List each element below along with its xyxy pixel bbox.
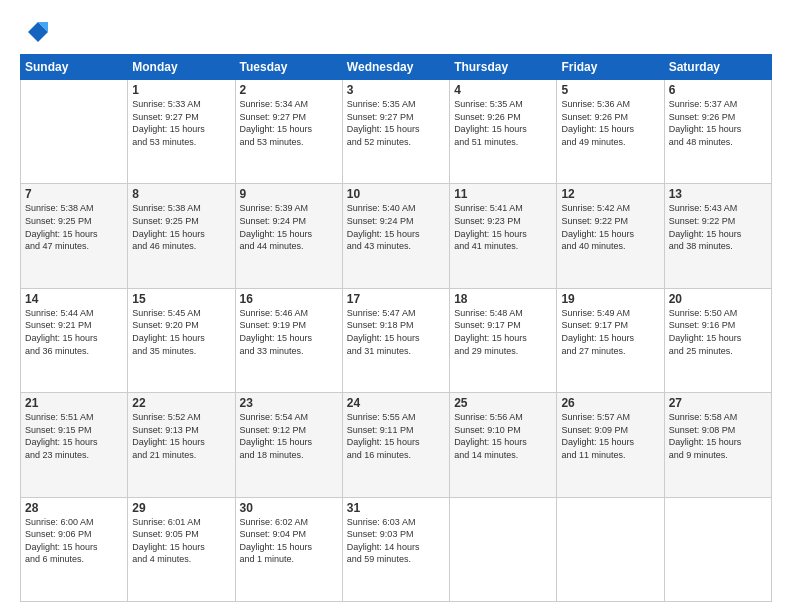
day-number: 19	[561, 292, 659, 306]
calendar-cell: 31Sunrise: 6:03 AMSunset: 9:03 PMDayligh…	[342, 497, 449, 601]
cell-info: Sunrise: 6:03 AMSunset: 9:03 PMDaylight:…	[347, 516, 445, 566]
cell-info: Sunrise: 5:49 AMSunset: 9:17 PMDaylight:…	[561, 307, 659, 357]
calendar-cell	[21, 80, 128, 184]
cell-info: Sunrise: 5:58 AMSunset: 9:08 PMDaylight:…	[669, 411, 767, 461]
cell-info: Sunrise: 5:57 AMSunset: 9:09 PMDaylight:…	[561, 411, 659, 461]
cell-info: Sunrise: 5:45 AMSunset: 9:20 PMDaylight:…	[132, 307, 230, 357]
calendar-cell: 4Sunrise: 5:35 AMSunset: 9:26 PMDaylight…	[450, 80, 557, 184]
day-number: 29	[132, 501, 230, 515]
cell-info: Sunrise: 5:43 AMSunset: 9:22 PMDaylight:…	[669, 202, 767, 252]
calendar-week-3: 21Sunrise: 5:51 AMSunset: 9:15 PMDayligh…	[21, 393, 772, 497]
day-number: 25	[454, 396, 552, 410]
calendar-week-2: 14Sunrise: 5:44 AMSunset: 9:21 PMDayligh…	[21, 288, 772, 392]
calendar-cell: 17Sunrise: 5:47 AMSunset: 9:18 PMDayligh…	[342, 288, 449, 392]
cell-info: Sunrise: 5:54 AMSunset: 9:12 PMDaylight:…	[240, 411, 338, 461]
cell-info: Sunrise: 5:36 AMSunset: 9:26 PMDaylight:…	[561, 98, 659, 148]
calendar-cell: 19Sunrise: 5:49 AMSunset: 9:17 PMDayligh…	[557, 288, 664, 392]
day-number: 6	[669, 83, 767, 97]
calendar-week-0: 1Sunrise: 5:33 AMSunset: 9:27 PMDaylight…	[21, 80, 772, 184]
cell-info: Sunrise: 5:35 AMSunset: 9:26 PMDaylight:…	[454, 98, 552, 148]
calendar-cell: 23Sunrise: 5:54 AMSunset: 9:12 PMDayligh…	[235, 393, 342, 497]
day-number: 3	[347, 83, 445, 97]
cell-info: Sunrise: 5:56 AMSunset: 9:10 PMDaylight:…	[454, 411, 552, 461]
cell-info: Sunrise: 6:02 AMSunset: 9:04 PMDaylight:…	[240, 516, 338, 566]
calendar-cell: 27Sunrise: 5:58 AMSunset: 9:08 PMDayligh…	[664, 393, 771, 497]
col-header-friday: Friday	[557, 55, 664, 80]
calendar-cell: 2Sunrise: 5:34 AMSunset: 9:27 PMDaylight…	[235, 80, 342, 184]
calendar-cell: 8Sunrise: 5:38 AMSunset: 9:25 PMDaylight…	[128, 184, 235, 288]
cell-info: Sunrise: 5:35 AMSunset: 9:27 PMDaylight:…	[347, 98, 445, 148]
cell-info: Sunrise: 5:51 AMSunset: 9:15 PMDaylight:…	[25, 411, 123, 461]
cell-info: Sunrise: 5:39 AMSunset: 9:24 PMDaylight:…	[240, 202, 338, 252]
calendar-cell	[450, 497, 557, 601]
cell-info: Sunrise: 5:34 AMSunset: 9:27 PMDaylight:…	[240, 98, 338, 148]
day-number: 17	[347, 292, 445, 306]
day-number: 16	[240, 292, 338, 306]
day-number: 12	[561, 187, 659, 201]
calendar-cell: 24Sunrise: 5:55 AMSunset: 9:11 PMDayligh…	[342, 393, 449, 497]
day-number: 10	[347, 187, 445, 201]
calendar-week-1: 7Sunrise: 5:38 AMSunset: 9:25 PMDaylight…	[21, 184, 772, 288]
calendar-cell: 14Sunrise: 5:44 AMSunset: 9:21 PMDayligh…	[21, 288, 128, 392]
cell-info: Sunrise: 5:38 AMSunset: 9:25 PMDaylight:…	[25, 202, 123, 252]
cell-info: Sunrise: 6:01 AMSunset: 9:05 PMDaylight:…	[132, 516, 230, 566]
calendar-header-row: SundayMondayTuesdayWednesdayThursdayFrid…	[21, 55, 772, 80]
day-number: 13	[669, 187, 767, 201]
day-number: 31	[347, 501, 445, 515]
day-number: 18	[454, 292, 552, 306]
calendar-cell: 30Sunrise: 6:02 AMSunset: 9:04 PMDayligh…	[235, 497, 342, 601]
calendar-cell: 13Sunrise: 5:43 AMSunset: 9:22 PMDayligh…	[664, 184, 771, 288]
calendar-cell: 5Sunrise: 5:36 AMSunset: 9:26 PMDaylight…	[557, 80, 664, 184]
calendar-week-4: 28Sunrise: 6:00 AMSunset: 9:06 PMDayligh…	[21, 497, 772, 601]
col-header-thursday: Thursday	[450, 55, 557, 80]
cell-info: Sunrise: 5:37 AMSunset: 9:26 PMDaylight:…	[669, 98, 767, 148]
calendar-cell: 6Sunrise: 5:37 AMSunset: 9:26 PMDaylight…	[664, 80, 771, 184]
day-number: 20	[669, 292, 767, 306]
logo-icon	[20, 18, 48, 46]
day-number: 7	[25, 187, 123, 201]
day-number: 4	[454, 83, 552, 97]
day-number: 30	[240, 501, 338, 515]
day-number: 24	[347, 396, 445, 410]
header	[20, 18, 772, 46]
day-number: 28	[25, 501, 123, 515]
day-number: 5	[561, 83, 659, 97]
cell-info: Sunrise: 5:33 AMSunset: 9:27 PMDaylight:…	[132, 98, 230, 148]
calendar-table: SundayMondayTuesdayWednesdayThursdayFrid…	[20, 54, 772, 602]
cell-info: Sunrise: 5:44 AMSunset: 9:21 PMDaylight:…	[25, 307, 123, 357]
day-number: 14	[25, 292, 123, 306]
day-number: 9	[240, 187, 338, 201]
calendar-cell: 10Sunrise: 5:40 AMSunset: 9:24 PMDayligh…	[342, 184, 449, 288]
cell-info: Sunrise: 5:55 AMSunset: 9:11 PMDaylight:…	[347, 411, 445, 461]
day-number: 1	[132, 83, 230, 97]
calendar-cell: 20Sunrise: 5:50 AMSunset: 9:16 PMDayligh…	[664, 288, 771, 392]
calendar-cell: 15Sunrise: 5:45 AMSunset: 9:20 PMDayligh…	[128, 288, 235, 392]
page: SundayMondayTuesdayWednesdayThursdayFrid…	[0, 0, 792, 612]
cell-info: Sunrise: 5:50 AMSunset: 9:16 PMDaylight:…	[669, 307, 767, 357]
calendar-cell: 7Sunrise: 5:38 AMSunset: 9:25 PMDaylight…	[21, 184, 128, 288]
col-header-sunday: Sunday	[21, 55, 128, 80]
day-number: 2	[240, 83, 338, 97]
cell-info: Sunrise: 5:46 AMSunset: 9:19 PMDaylight:…	[240, 307, 338, 357]
calendar-cell: 11Sunrise: 5:41 AMSunset: 9:23 PMDayligh…	[450, 184, 557, 288]
calendar-cell: 29Sunrise: 6:01 AMSunset: 9:05 PMDayligh…	[128, 497, 235, 601]
calendar-cell: 3Sunrise: 5:35 AMSunset: 9:27 PMDaylight…	[342, 80, 449, 184]
calendar-cell: 22Sunrise: 5:52 AMSunset: 9:13 PMDayligh…	[128, 393, 235, 497]
day-number: 27	[669, 396, 767, 410]
calendar-cell: 1Sunrise: 5:33 AMSunset: 9:27 PMDaylight…	[128, 80, 235, 184]
calendar-cell: 26Sunrise: 5:57 AMSunset: 9:09 PMDayligh…	[557, 393, 664, 497]
cell-info: Sunrise: 5:38 AMSunset: 9:25 PMDaylight:…	[132, 202, 230, 252]
calendar-cell: 25Sunrise: 5:56 AMSunset: 9:10 PMDayligh…	[450, 393, 557, 497]
cell-info: Sunrise: 5:41 AMSunset: 9:23 PMDaylight:…	[454, 202, 552, 252]
day-number: 11	[454, 187, 552, 201]
col-header-monday: Monday	[128, 55, 235, 80]
cell-info: Sunrise: 5:47 AMSunset: 9:18 PMDaylight:…	[347, 307, 445, 357]
col-header-saturday: Saturday	[664, 55, 771, 80]
cell-info: Sunrise: 5:52 AMSunset: 9:13 PMDaylight:…	[132, 411, 230, 461]
day-number: 21	[25, 396, 123, 410]
calendar-cell: 16Sunrise: 5:46 AMSunset: 9:19 PMDayligh…	[235, 288, 342, 392]
calendar-body: 1Sunrise: 5:33 AMSunset: 9:27 PMDaylight…	[21, 80, 772, 602]
day-number: 23	[240, 396, 338, 410]
calendar-cell: 18Sunrise: 5:48 AMSunset: 9:17 PMDayligh…	[450, 288, 557, 392]
cell-info: Sunrise: 5:48 AMSunset: 9:17 PMDaylight:…	[454, 307, 552, 357]
